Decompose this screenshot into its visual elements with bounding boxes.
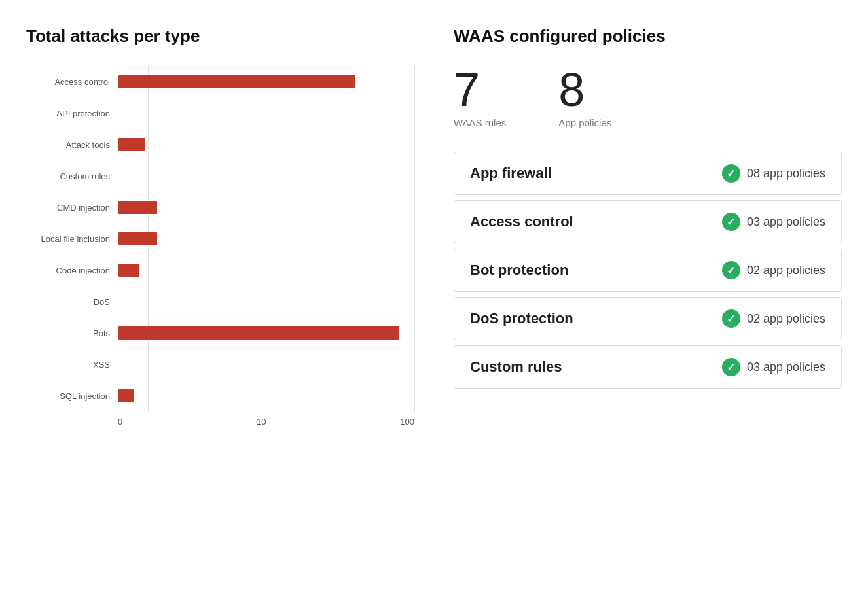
app-policies-count: 8 xyxy=(558,66,585,113)
grid-line-100 xyxy=(414,66,415,97)
bar-container xyxy=(118,223,414,255)
bar xyxy=(118,389,134,402)
bar-container xyxy=(118,129,414,160)
chart-row: Attack tools xyxy=(26,129,414,160)
bar xyxy=(118,138,145,151)
bar-container xyxy=(118,97,414,129)
chart-row: Bots xyxy=(26,317,414,349)
policy-right: ✓03 app policies xyxy=(722,213,825,231)
right-panel: WAAS configured policies 7 WAAS rules 8 … xyxy=(454,26,842,427)
policy-card: DoS protection✓02 app policies xyxy=(454,297,842,340)
x-axis-label: 10 xyxy=(257,417,266,427)
policy-right: ✓03 app policies xyxy=(722,358,825,376)
x-axis-label: 100 xyxy=(400,417,414,427)
chart-row: XSS xyxy=(26,349,414,380)
policy-cards: App firewall✓08 app policiesAccess contr… xyxy=(454,152,842,394)
policy-right: ✓02 app policies xyxy=(722,309,825,328)
bar-label: Attack tools xyxy=(26,140,118,150)
bar-container xyxy=(118,380,414,412)
policy-count: 02 app policies xyxy=(747,312,825,326)
grid-line-100 xyxy=(414,317,415,349)
bar xyxy=(118,264,139,277)
bar-container xyxy=(118,66,414,97)
bar-container xyxy=(118,286,414,317)
bar-label: Local file inclusion xyxy=(26,234,118,244)
check-icon: ✓ xyxy=(722,164,740,183)
policy-right: ✓08 app policies xyxy=(722,164,825,183)
bar-label: Bots xyxy=(26,328,118,338)
bar-label: Access control xyxy=(26,77,118,87)
bar-chart: Access controlAPI protectionAttack tools… xyxy=(26,66,414,412)
check-icon: ✓ xyxy=(722,213,740,231)
policy-count: 03 app policies xyxy=(747,361,825,374)
grid-line-100 xyxy=(414,160,415,192)
grid-line-10 xyxy=(148,255,149,286)
bar-label: DoS xyxy=(26,297,118,307)
policy-name: Custom rules xyxy=(470,359,562,376)
policy-count: 02 app policies xyxy=(747,264,825,277)
main-container: Total attacks per type Access controlAPI… xyxy=(26,26,842,427)
bar-label: Code injection xyxy=(26,266,118,275)
chart-row: Custom rules xyxy=(26,160,414,192)
x-axis: 010100 xyxy=(118,414,414,427)
grid-line-100 xyxy=(414,223,415,255)
policy-card: Access control✓03 app policies xyxy=(454,200,842,243)
policy-card: Bot protection✓02 app policies xyxy=(454,249,842,292)
check-icon: ✓ xyxy=(722,309,740,328)
chart-row: DoS xyxy=(26,286,414,317)
waas-rules-count: 7 xyxy=(454,66,480,113)
policy-name: App firewall xyxy=(470,165,552,182)
grid-line-100 xyxy=(414,97,415,129)
chart-row: CMD injection xyxy=(26,192,414,223)
policy-name: Bot protection xyxy=(470,262,568,279)
bar xyxy=(118,232,157,245)
grid-line-100 xyxy=(414,380,415,412)
waas-rules-label: WAAS rules xyxy=(454,117,506,128)
x-axis-row: 010100 xyxy=(26,414,414,427)
bar-label: CMD injection xyxy=(26,203,118,213)
policy-count: 03 app policies xyxy=(747,215,825,229)
grid-line-100 xyxy=(414,192,415,223)
bar-label: SQL injection xyxy=(26,391,118,401)
x-axis-label: 0 xyxy=(118,417,122,427)
left-panel: Total attacks per type Access controlAPI… xyxy=(26,26,414,427)
check-icon: ✓ xyxy=(722,358,740,376)
app-policies-summary: 8 App policies xyxy=(558,66,611,128)
grid-line-10 xyxy=(148,97,149,129)
right-panel-title: WAAS configured policies xyxy=(454,26,842,46)
chart-row: Code injection xyxy=(26,255,414,286)
left-panel-title: Total attacks per type xyxy=(26,26,414,46)
bar-container xyxy=(118,317,414,349)
summary-numbers: 7 WAAS rules 8 App policies xyxy=(454,66,842,128)
grid-line-100 xyxy=(414,129,415,160)
chart-row: API protection xyxy=(26,97,414,129)
policy-name: DoS protection xyxy=(470,310,573,327)
chart-row: Access control xyxy=(26,66,414,97)
bar-container xyxy=(118,255,414,286)
policy-card: Custom rules✓03 app policies xyxy=(454,345,842,389)
chart-row: Local file inclusion xyxy=(26,223,414,255)
grid-line-100 xyxy=(414,286,415,317)
policy-name: Access control xyxy=(470,213,573,230)
bar-label: API protection xyxy=(26,109,118,118)
app-policies-label: App policies xyxy=(558,117,611,128)
bar xyxy=(118,75,355,88)
grid-line-10 xyxy=(148,286,149,317)
bar xyxy=(118,326,399,340)
bar-label: XSS xyxy=(26,360,118,370)
grid-line-100 xyxy=(414,255,415,286)
grid-line-10 xyxy=(148,380,149,412)
grid-line-100 xyxy=(414,349,415,380)
bar-container xyxy=(118,160,414,192)
bar-container xyxy=(118,349,414,380)
bar-container xyxy=(118,192,414,223)
chart-row: SQL injection xyxy=(26,380,414,412)
policy-right: ✓02 app policies xyxy=(722,261,825,279)
bar xyxy=(118,201,157,214)
waas-rules-summary: 7 WAAS rules xyxy=(454,66,506,128)
grid-line-10 xyxy=(148,349,149,380)
bar-label: Custom rules xyxy=(26,171,118,181)
policy-count: 08 app policies xyxy=(747,167,825,181)
grid-line-10 xyxy=(148,129,149,160)
grid-line-10 xyxy=(148,160,149,192)
